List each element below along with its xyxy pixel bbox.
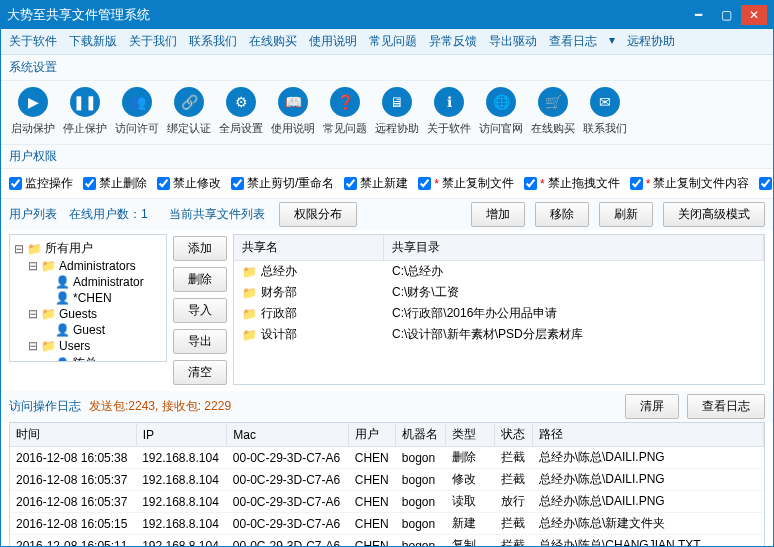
toolbar-常见问题[interactable]: ❓常见问题 xyxy=(321,87,369,136)
log-header[interactable]: 路径 xyxy=(533,423,764,447)
maximize-button[interactable]: ▢ xyxy=(713,5,739,25)
log-table[interactable]: 时间IPMac用户机器名类型状态路径2016-12-08 16:05:38192… xyxy=(9,422,765,547)
menu-item[interactable]: 下载新版 xyxy=(69,33,117,50)
view-log-button[interactable]: 查看日志 xyxy=(687,394,765,419)
log-header[interactable]: 类型 xyxy=(446,423,495,447)
log-row[interactable]: 2016-12-08 16:05:37192.168.8.10400-0C-29… xyxy=(10,491,764,513)
perm-checkbox[interactable] xyxy=(524,177,537,190)
toolbar-访问官网[interactable]: 🌐访问官网 xyxy=(477,87,525,136)
tree-btn-添加[interactable]: 添加 xyxy=(173,236,227,261)
menu-item[interactable]: 联系我们 xyxy=(189,33,237,50)
share-row[interactable]: 📁设计部C:\设计部\新年素材\PSD分层素材库 xyxy=(234,324,764,345)
log-header[interactable]: Mac xyxy=(227,423,349,447)
user-permissions-label: 用户权限 xyxy=(1,145,773,169)
log-cell: 复制 xyxy=(446,535,495,548)
close-advanced-button[interactable]: 关闭高级模式 xyxy=(663,202,765,227)
menu-item[interactable]: 关于软件 xyxy=(9,33,57,50)
menubar: 关于软件下载新版关于我们联系我们在线购买使用说明常见问题异常反馈导出驱动查看日志… xyxy=(1,29,773,55)
toolbar-停止保护[interactable]: ❚❚停止保护 xyxy=(61,87,109,136)
log-row[interactable]: 2016-12-08 16:05:15192.168.8.10400-0C-29… xyxy=(10,513,764,535)
toolbar-启动保护[interactable]: ▶启动保护 xyxy=(9,87,57,136)
tree-btn-导出[interactable]: 导出 xyxy=(173,329,227,354)
tree-node[interactable]: 👤Administrator xyxy=(14,274,162,290)
perm-checkbox[interactable] xyxy=(344,177,357,190)
perm-禁止复制文件内容[interactable]: *禁止复制文件内容 xyxy=(630,175,750,192)
menu-item[interactable]: 常见问题 xyxy=(369,33,417,50)
menu-item[interactable]: 关于我们 xyxy=(129,33,177,50)
share-row[interactable]: 📁总经办C:\总经办 xyxy=(234,261,764,282)
tree-twisty[interactable]: ⊟ xyxy=(28,259,38,273)
tree-node[interactable]: ⊟📁Administrators xyxy=(14,258,162,274)
log-row[interactable]: 2016-12-08 16:05:37192.168.8.10400-0C-29… xyxy=(10,469,764,491)
menu-item[interactable]: 导出驱动 xyxy=(489,33,537,50)
perm-禁止删除[interactable]: 禁止删除 xyxy=(83,175,147,192)
log-label: 访问操作日志 xyxy=(9,398,81,415)
tree-node[interactable]: ⊟📁所有用户 xyxy=(14,239,162,258)
tree-node[interactable]: ⊟📁Guests xyxy=(14,306,162,322)
menu-item[interactable]: 异常反馈 xyxy=(429,33,477,50)
user-tree[interactable]: ⊟📁所有用户⊟📁Administrators👤Administrator👤*CH… xyxy=(9,234,167,362)
tree-btn-删除[interactable]: 删除 xyxy=(173,267,227,292)
share-row[interactable]: 📁行政部C:\行政部\2016年办公用品申请 xyxy=(234,303,764,324)
perm-禁止拖拽文件[interactable]: *禁止拖拽文件 xyxy=(524,175,620,192)
log-header[interactable]: 状态 xyxy=(495,423,533,447)
toolbar-icon: ℹ xyxy=(434,87,464,117)
menu-item[interactable]: ▾ xyxy=(609,33,615,50)
perm-checkbox[interactable] xyxy=(83,177,96,190)
user-icon: 👤 xyxy=(55,275,70,289)
tree-node[interactable]: ⊟📁Users xyxy=(14,338,162,354)
tree-twisty[interactable]: ⊟ xyxy=(14,242,24,256)
share-row[interactable]: 📁财务部C:\财务\工资 xyxy=(234,282,764,303)
tree-twisty[interactable]: ⊟ xyxy=(28,339,38,353)
log-header[interactable]: IP xyxy=(136,423,227,447)
tree-node[interactable]: 👤Guest xyxy=(14,322,162,338)
toolbar-在线购买[interactable]: 🛒在线购买 xyxy=(529,87,577,136)
log-header[interactable]: 机器名 xyxy=(396,423,446,447)
toolbar-访问许可[interactable]: 👥访问许可 xyxy=(113,87,161,136)
tree-node[interactable]: 👤*CHEN xyxy=(14,290,162,306)
perm-禁止修改[interactable]: 禁止修改 xyxy=(157,175,221,192)
permission-dist-button[interactable]: 权限分布 xyxy=(279,202,357,227)
toolbar-联系我们[interactable]: ✉联系我们 xyxy=(581,87,629,136)
tree-twisty[interactable]: ⊟ xyxy=(28,307,38,321)
refresh-button[interactable]: 刷新 xyxy=(599,202,653,227)
toolbar-绑定认证[interactable]: 🔗绑定认证 xyxy=(165,87,213,136)
toolbar-使用说明[interactable]: 📖使用说明 xyxy=(269,87,317,136)
perm-禁止新建[interactable]: 禁止新建 xyxy=(344,175,408,192)
log-cell: bogon xyxy=(396,535,446,548)
perm-checkbox[interactable] xyxy=(231,177,244,190)
perm-checkbox[interactable] xyxy=(9,177,22,190)
perm-禁止剪切/重命名[interactable]: 禁止剪切/重命名 xyxy=(231,175,334,192)
tree-node[interactable]: 👤陈总 xyxy=(14,354,162,362)
log-header[interactable]: 时间 xyxy=(10,423,136,447)
tree-label: Administrators xyxy=(59,259,136,273)
minimize-button[interactable]: ━ xyxy=(685,5,711,25)
log-row[interactable]: 2016-12-08 16:05:38192.168.8.10400-0C-29… xyxy=(10,447,764,469)
log-header[interactable]: 用户 xyxy=(349,423,396,447)
add-button[interactable]: 增加 xyxy=(471,202,525,227)
menu-item[interactable]: 在线购买 xyxy=(249,33,297,50)
tree-btn-导入[interactable]: 导入 xyxy=(173,298,227,323)
system-settings-label: 系统设置 xyxy=(1,55,773,81)
close-button[interactable]: ✕ xyxy=(741,5,767,25)
log-cell: 192.168.8.104 xyxy=(136,535,227,548)
toolbar-关于软件[interactable]: ℹ关于软件 xyxy=(425,87,473,136)
perm-checkbox[interactable] xyxy=(157,177,170,190)
clear-log-button[interactable]: 清屏 xyxy=(625,394,679,419)
tree-btn-清空[interactable]: 清空 xyxy=(173,360,227,385)
perm-监控操作[interactable]: 监控操作 xyxy=(9,175,73,192)
perm-禁止复制文件[interactable]: *禁止复制文件 xyxy=(418,175,514,192)
log-row[interactable]: 2016-12-08 16:05:11192.168.8.10400-0C-29… xyxy=(10,535,764,548)
toolbar-label: 关于软件 xyxy=(427,121,471,136)
toolbar-远程协助[interactable]: 🖥远程协助 xyxy=(373,87,421,136)
menu-item[interactable]: 使用说明 xyxy=(309,33,357,50)
perm-checkbox[interactable] xyxy=(418,177,431,190)
perm-禁止另存为[interactable]: *禁止另存为 xyxy=(759,175,774,192)
toolbar-全局设置[interactable]: ⚙全局设置 xyxy=(217,87,265,136)
perm-checkbox[interactable] xyxy=(759,177,772,190)
perm-checkbox[interactable] xyxy=(630,177,643,190)
menu-item[interactable]: 远程协助 xyxy=(627,33,675,50)
menu-item[interactable]: 查看日志 xyxy=(549,33,597,50)
remove-button[interactable]: 移除 xyxy=(535,202,589,227)
share-path: C:\行政部\2016年办公用品申请 xyxy=(384,305,764,322)
